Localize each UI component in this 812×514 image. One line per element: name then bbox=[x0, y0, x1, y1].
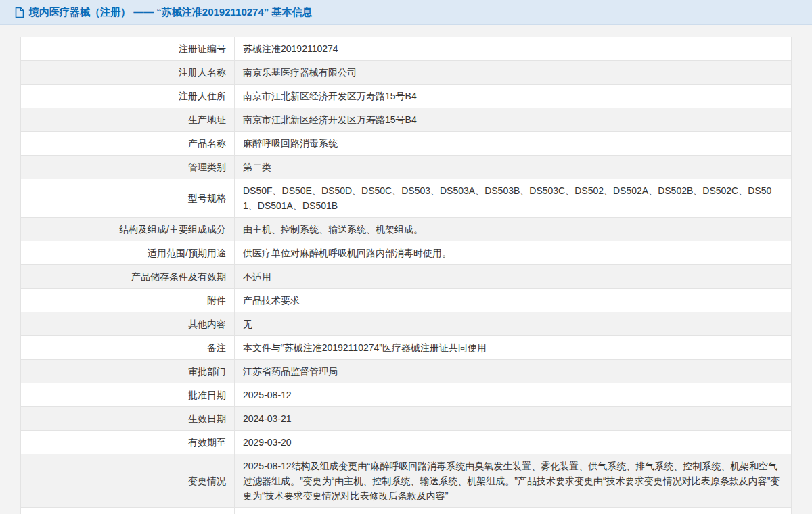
table-row: 产品名称 麻醉呼吸回路消毒系统 bbox=[21, 132, 792, 156]
row-value: 供医疗单位对麻醉机呼吸机回路内部消毒时使用。 bbox=[235, 241, 792, 265]
row-label: 生效日期 bbox=[21, 407, 235, 431]
row-value: 本文件与“苏械注准20192110274”医疗器械注册证共同使用 bbox=[235, 336, 792, 360]
table-row: 生产地址 南京市江北新区经济开发区万寿路15号B4 bbox=[21, 108, 792, 132]
row-label: 附件 bbox=[21, 289, 235, 312]
page-title: 境内医疗器械（注册） —— “苏械注准20192110274” 基本信息 bbox=[29, 6, 312, 19]
table-row: 生效日期 2024-03-21 bbox=[21, 407, 792, 431]
page-header: 境内医疗器械（注册） —— “苏械注准20192110274” 基本信息 bbox=[0, 0, 812, 25]
row-label: 备注 bbox=[21, 336, 235, 360]
row-label: 有效期至 bbox=[21, 431, 235, 454]
row-value: 2029-03-20 bbox=[235, 431, 792, 454]
table-row: 备注 本文件与“苏械注准20192110274”医疗器械注册证共同使用 bbox=[21, 336, 792, 360]
row-label: 注册人名称 bbox=[21, 61, 235, 85]
table-row: 型号规格 DS50F、DS50E、DS50D、DS50C、DS503、DS503… bbox=[21, 179, 792, 218]
table-row-note: ●注 详情 bbox=[21, 508, 792, 514]
row-label: ●注 bbox=[21, 508, 235, 514]
table-row: 变更情况 2025-08-12结构及组成变更由“麻醉呼吸回路消毒系统由臭氧发生装… bbox=[21, 454, 792, 508]
row-label: 审批部门 bbox=[21, 360, 235, 383]
table-row: 产品储存条件及有效期 不适用 bbox=[21, 265, 792, 289]
row-value: 详情 bbox=[235, 508, 792, 514]
row-value: 南京市江北新区经济开发区万寿路15号B4 bbox=[235, 108, 792, 132]
row-value: 2024-03-21 bbox=[235, 407, 792, 431]
row-label: 管理类别 bbox=[21, 156, 235, 179]
row-label: 型号规格 bbox=[21, 179, 235, 218]
table-row: 适用范围/预期用途 供医疗单位对麻醉机呼吸机回路内部消毒时使用。 bbox=[21, 241, 792, 265]
row-value: 南京乐基医疗器械有限公司 bbox=[235, 61, 792, 85]
table-row: 其他内容 无 bbox=[21, 312, 792, 336]
row-label: 生产地址 bbox=[21, 108, 235, 132]
table-row: 注册人名称 南京乐基医疗器械有限公司 bbox=[21, 61, 792, 85]
row-value: 无 bbox=[235, 312, 792, 336]
row-label: 产品储存条件及有效期 bbox=[21, 265, 235, 289]
row-value: 江苏省药品监督管理局 bbox=[235, 360, 792, 383]
row-label: 注册人住所 bbox=[21, 85, 235, 108]
table-row: 有效期至 2029-03-20 bbox=[21, 431, 792, 454]
table-row: 注册人住所 南京市江北新区经济开发区万寿路15号B4 bbox=[21, 85, 792, 108]
row-value: 由主机、控制系统、输送系统、机架组成。 bbox=[235, 218, 792, 241]
row-value: 第二类 bbox=[235, 156, 792, 179]
row-value: 苏械注准20192110274 bbox=[235, 37, 792, 61]
table-row: 注册证编号 苏械注准20192110274 bbox=[21, 37, 792, 61]
table-row: 管理类别 第二类 bbox=[21, 156, 792, 179]
registration-info-table: 注册证编号 苏械注准20192110274 注册人名称 南京乐基医疗器械有限公司… bbox=[20, 37, 792, 514]
table-row: 附件 产品技术要求 bbox=[21, 289, 792, 312]
row-label: 结构及组成/主要组成成分 bbox=[21, 218, 235, 241]
row-label: 注册证编号 bbox=[21, 37, 235, 61]
row-value: 麻醉呼吸回路消毒系统 bbox=[235, 132, 792, 156]
table-row: 结构及组成/主要组成成分 由主机、控制系统、输送系统、机架组成。 bbox=[21, 218, 792, 241]
row-label: 产品名称 bbox=[21, 132, 235, 156]
row-value: 南京市江北新区经济开发区万寿路15号B4 bbox=[235, 85, 792, 108]
row-label: 其他内容 bbox=[21, 312, 235, 336]
row-label: 变更情况 bbox=[21, 454, 235, 508]
row-value: 不适用 bbox=[235, 265, 792, 289]
row-label: 适用范围/预期用途 bbox=[21, 241, 235, 265]
row-label: 批准日期 bbox=[21, 383, 235, 407]
row-value: DS50F、DS50E、DS50D、DS50C、DS503、DS503A、DS5… bbox=[235, 179, 792, 218]
row-value: 2025-08-12 bbox=[235, 383, 792, 407]
table-row: 批准日期 2025-08-12 bbox=[21, 383, 792, 407]
document-icon bbox=[15, 7, 24, 18]
registration-info-table-container: 注册证编号 苏械注准20192110274 注册人名称 南京乐基医疗器械有限公司… bbox=[20, 37, 792, 514]
row-value: 2025-08-12结构及组成变更由“麻醉呼吸回路消毒系统由臭氧发生装置、雾化装… bbox=[235, 454, 792, 508]
table-row: 审批部门 江苏省药品监督管理局 bbox=[21, 360, 792, 383]
row-value: 产品技术要求 bbox=[235, 289, 792, 312]
